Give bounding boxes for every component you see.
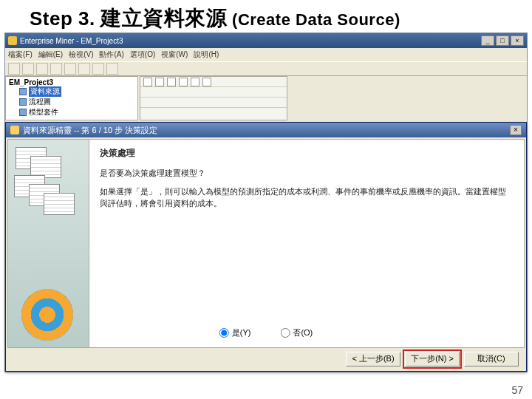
wizard-title-text: 資料來源精靈 -- 第 6 / 10 步 決策設定 <box>23 125 157 136</box>
prop-button[interactable] <box>155 78 164 86</box>
cancel-button[interactable]: 取消(C) <box>464 352 519 366</box>
tree-item-model-pkg[interactable]: 模型套件 <box>9 107 134 117</box>
menu-options[interactable]: 選項(O) <box>130 50 155 60</box>
radio-no-label[interactable]: 否(O) <box>280 327 313 338</box>
slide-title-zh: 建立資料來源 <box>100 7 227 30</box>
tree-root[interactable]: EM_Project3 <box>9 78 134 86</box>
toolbar-button[interactable] <box>106 63 118 75</box>
tree-item-label: 流程圖 <box>29 97 51 107</box>
menu-help[interactable]: 說明(H) <box>194 50 219 60</box>
app-icon <box>8 36 17 45</box>
toolbar-button[interactable] <box>92 63 104 75</box>
tree-item-datasource[interactable]: 資料來源 <box>9 86 134 97</box>
tree-item-label: 資料來源 <box>29 86 61 97</box>
property-row <box>140 87 287 98</box>
close-button[interactable]: × <box>511 35 524 46</box>
prop-button[interactable] <box>202 78 211 86</box>
data-source-wizard-dialog: 資料來源精靈 -- 第 6 / 10 步 決策設定 × 決策處理 是否要為決策處… <box>5 122 527 372</box>
menu-window[interactable]: 視窗(W) <box>161 50 188 60</box>
property-row <box>140 98 287 108</box>
slide-page-number: 57 <box>511 384 523 396</box>
wizard-radio-group: 是(Y) 否(O) <box>219 327 313 338</box>
folder-icon <box>19 109 27 116</box>
wizard-title-bar: 資料來源精靈 -- 第 6 / 10 步 決策設定 × <box>6 123 526 137</box>
toolbar-button[interactable] <box>8 63 20 75</box>
slide-title-en: (Create Data Source) <box>227 10 400 29</box>
radio-no-text: 否(O) <box>293 327 313 338</box>
toolbar-button[interactable] <box>36 63 48 75</box>
maximize-button[interactable]: □ <box>496 35 509 46</box>
minimize-button[interactable]: _ <box>481 35 494 46</box>
folder-icon <box>19 98 27 106</box>
prop-button[interactable] <box>179 78 188 86</box>
menu-edit[interactable]: 編輯(E) <box>38 50 63 60</box>
wizard-sidebar-art <box>8 140 89 348</box>
prop-button[interactable] <box>167 78 176 86</box>
slide-title: Step 3. 建立資料來源 (Create Data Source) <box>0 0 532 35</box>
wizard-footer: < 上一步(B) 下一步(N) > 取消(C) <box>7 347 525 369</box>
tree-item-diagram[interactable]: 流程圖 <box>9 97 134 107</box>
wizard-icon <box>10 126 19 134</box>
property-row <box>140 77 287 87</box>
menu-actions[interactable]: 動作(A) <box>99 50 123 60</box>
menu-file[interactable]: 檔案(F) <box>8 50 33 60</box>
wizard-content: 決策處理 是否要為決策處理建置模型？ 如果選擇「是」，則可以輸入為模型的預測所指… <box>89 140 524 348</box>
main-window-title: Enterprise Miner - EM_Project3 <box>20 37 480 45</box>
main-title-bar: Enterprise Miner - EM_Project3 _ □ × <box>5 33 527 48</box>
folder-icon <box>19 88 27 95</box>
step-prefix: Step 3. <box>30 7 100 30</box>
toolbar-button[interactable] <box>50 63 62 75</box>
toolbar-button[interactable] <box>78 63 90 75</box>
main-app-window: Enterprise Miner - EM_Project3 _ □ × 檔案(… <box>4 33 528 372</box>
tree-item-label: 模型套件 <box>29 107 58 117</box>
sheet-icon <box>44 193 75 215</box>
wizard-close-button[interactable]: × <box>510 125 522 135</box>
wizard-heading: 決策處理 <box>100 147 514 160</box>
radio-no[interactable] <box>280 328 290 338</box>
wizard-explain: 如果選擇「是」，則可以輸入為模型的預測所指定的成本或利潤、事件的事前機率或反應機… <box>100 185 514 210</box>
wizard-question: 是否要為決策處理建置模型？ <box>100 167 514 180</box>
project-tree-pane: EM_Project3 資料來源 流程圖 模型套件 <box>5 76 138 120</box>
next-button[interactable]: 下一步(N) > <box>405 352 460 366</box>
toolbar <box>5 61 527 76</box>
toolbar-button[interactable] <box>64 63 76 75</box>
target-icon <box>21 289 73 341</box>
radio-yes[interactable] <box>219 328 229 338</box>
wizard-body: 決策處理 是否要為決策處理建置模型？ 如果選擇「是」，則可以輸入為模型的預測所指… <box>7 139 525 349</box>
back-button[interactable]: < 上一步(B) <box>346 352 400 366</box>
prop-button[interactable] <box>143 78 152 86</box>
radio-yes-label[interactable]: 是(Y) <box>219 327 251 338</box>
toolbar-button[interactable] <box>22 63 34 75</box>
menu-view[interactable]: 檢視(V) <box>69 50 93 60</box>
radio-yes-text: 是(Y) <box>232 327 251 338</box>
prop-button[interactable] <box>191 78 200 86</box>
properties-pane <box>140 76 287 120</box>
menu-bar: 檔案(F) 編輯(E) 檢視(V) 動作(A) 選項(O) 視窗(W) 說明(H… <box>5 48 527 61</box>
